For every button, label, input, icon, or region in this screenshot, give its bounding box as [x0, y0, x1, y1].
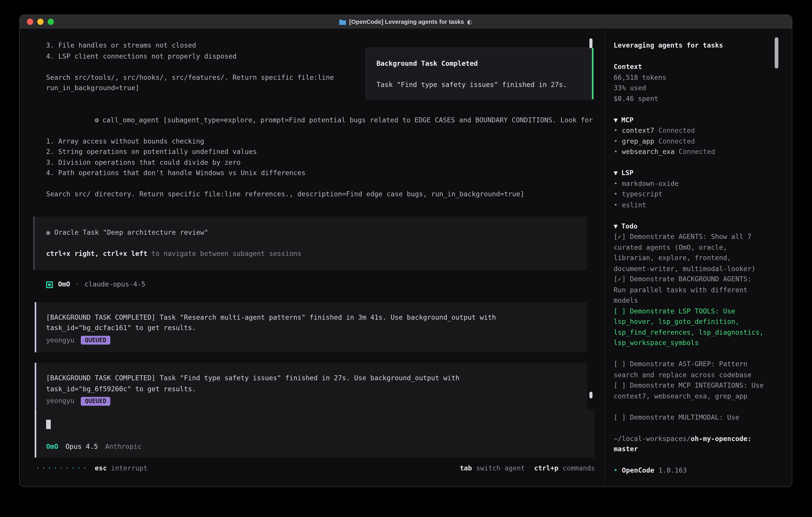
task-line: task_id="bg_dcfac161" to get results. — [46, 323, 577, 333]
task-meta: yeongyu QUEUED — [46, 396, 577, 406]
tool-call-item: 3. Division operations that could divide… — [46, 157, 595, 168]
workspace-path-prefix: ~/local-workspaces/ — [614, 434, 691, 442]
task-line: task_id="bg_6f59260c" to get results. — [46, 384, 577, 394]
workspace-path: ~/local-workspaces/oh-my-opencode: maste… — [614, 433, 766, 455]
traffic-lights — [27, 19, 54, 25]
close-button[interactable] — [27, 19, 33, 25]
spinner-dots-icon: ········· — [36, 463, 88, 474]
bullet-icon: • — [614, 137, 617, 145]
todo-section: ▼Todo [✓] Demonstrate AGENTS: Show all 7… — [614, 221, 766, 423]
desktop: [OpenCode] Leveraging agents for tasks ◐… — [0, 0, 812, 517]
separator-dot: · — [75, 279, 79, 290]
queued-badge: QUEUED — [81, 397, 111, 406]
oracle-task-title: ◉ Oracle Task "Deep architecture review" — [46, 227, 587, 238]
bullet-icon: • — [614, 148, 617, 156]
task-meta: yeongyu QUEUED — [46, 335, 577, 346]
tool-call-item: 1. Array access without bounds checking — [46, 136, 595, 146]
tool-call-item: 2. String operations on potentially unde… — [46, 146, 595, 157]
lsp-name: eslint — [622, 201, 646, 209]
mcp-name: websearch_exa — [622, 148, 674, 156]
bullet-icon: • — [614, 201, 617, 209]
omo-agent-icon — [46, 281, 53, 288]
zoom-button[interactable] — [48, 19, 54, 25]
status-bar: ········· esc interrupt tab switch agent… — [36, 463, 595, 474]
ctrl-p-key-label: commands — [563, 463, 595, 474]
mcp-name: grep_app — [622, 137, 654, 145]
oracle-title-text: Oracle Task "Deep architecture review" — [54, 227, 208, 238]
chat-scrollbar-marker[interactable] — [589, 392, 592, 399]
minimize-button[interactable] — [37, 19, 44, 25]
sidebar-scrollbar-thumb[interactable] — [775, 37, 778, 69]
title-bar[interactable]: [OpenCode] Leveraging agents for tasks ◐ — [20, 15, 792, 29]
context-tokens: 66,518 tokens — [614, 72, 766, 83]
mcp-section-header[interactable]: ▼MCP — [614, 115, 766, 125]
background-task-toast[interactable]: Background Task Completed Task "Find typ… — [366, 48, 593, 99]
background-task-message: [BACKGROUND TASK COMPLETED] Task "Resear… — [35, 302, 587, 352]
bullet-icon: • — [614, 190, 617, 198]
lsp-heading: LSP — [621, 169, 634, 177]
folder-icon — [339, 19, 346, 25]
esc-key-label: interrupt — [111, 463, 148, 474]
lsp-item: •typescript — [614, 189, 766, 200]
todo-section-header[interactable]: ▼Todo — [614, 221, 766, 232]
esc-key-hint: esc — [95, 463, 107, 474]
chevron-down-icon: ▼ — [614, 116, 617, 124]
agent-header: OmO · claude-opus-4-5 — [46, 279, 595, 290]
agent-name: OmO — [58, 279, 70, 290]
queued-badge: QUEUED — [81, 336, 111, 345]
mcp-name: context7 — [622, 126, 654, 134]
session-title: Leveraging agents for tasks — [614, 40, 766, 51]
todo-item-pending: [ ] Demonstrate MULTIMODAL: Use — [614, 412, 766, 423]
workspace-repo: oh-my-opencode: — [691, 434, 751, 442]
chat-scrollbar-thumb[interactable] — [589, 38, 592, 48]
todo-item-pending: [ ] Demonstrate AST-GREP: Pattern search… — [614, 359, 766, 380]
agent-model: claude-opus-4-5 — [85, 279, 145, 290]
half-moon-icon: ◐ — [467, 19, 472, 25]
context-used: 33% used — [614, 83, 766, 93]
lsp-item: •eslint — [614, 200, 766, 210]
todo-item-active: [ ] Demonstrate LSP TOOLS: Use lsp_hover… — [614, 306, 766, 349]
task-user: yeongyu — [46, 335, 75, 346]
chevron-down-icon: ▼ — [614, 169, 617, 177]
tab-key-label: switch agent — [476, 463, 525, 474]
mcp-status: Connected — [658, 126, 695, 134]
window-title-text: [OpenCode] Leveraging agents for tasks — [349, 19, 464, 25]
context-spent: $0.46 spent — [614, 93, 766, 104]
hint-keys: ctrl+x right, ctrl+x left — [46, 249, 147, 257]
lsp-item: •markdown-oxide — [614, 179, 766, 189]
tool-call-text: call_omo_agent [subagent_type=explore, p… — [103, 116, 593, 124]
active-agent-chip[interactable]: OmO — [46, 441, 58, 452]
app-version: •OpenCode1.0.163 — [614, 465, 766, 476]
app-version-number: 1.0.163 — [658, 466, 687, 474]
lsp-name: markdown-oxide — [622, 180, 678, 187]
tool-call-header: ⚙call_omo_agent [subagent_type=explore, … — [46, 104, 595, 136]
ctrl-p-key-hint: ctrl+p — [534, 463, 558, 474]
bullet-icon: • — [614, 126, 617, 134]
mcp-status: Connected — [658, 137, 695, 145]
bullet-icon: • — [614, 180, 617, 187]
background-task-message: [BACKGROUND TASK COMPLETED] Task "Find t… — [35, 363, 587, 413]
oracle-task-panel: ◉ Oracle Task "Deep architecture review"… — [33, 216, 587, 270]
mcp-status: Connected — [679, 148, 715, 156]
bullet-icon: • — [614, 466, 617, 474]
active-model-label: Opus 4.5 — [65, 441, 98, 452]
oracle-navigation-hint: ctrl+x right, ctrl+x left to navigate be… — [46, 248, 587, 259]
mcp-heading: MCP — [621, 116, 634, 124]
lsp-section-header[interactable]: ▼LSP — [614, 168, 766, 179]
task-line: [BACKGROUND TASK COMPLETED] Task "Resear… — [46, 312, 577, 323]
prompt-input[interactable]: OmO Opus 4.5 Anthropic — [35, 409, 594, 458]
input-footer: OmO Opus 4.5 Anthropic — [46, 441, 142, 452]
tool-call-footer: Search src/ directory. Return specific f… — [46, 189, 595, 200]
window-title: [OpenCode] Leveraging agents for tasks ◐ — [20, 19, 792, 25]
gear-icon: ⚙ — [95, 116, 99, 124]
chat-pane: 3. File handles or streams not closed 4.… — [20, 29, 605, 487]
app-name: OpenCode — [622, 466, 654, 474]
workspace-branch: master — [614, 444, 766, 455]
oracle-bullet-icon: ◉ — [46, 227, 50, 238]
tab-key-hint: tab — [460, 463, 472, 474]
context-section: Context 66,518 tokens 33% used $0.46 spe… — [614, 61, 766, 104]
text-cursor — [46, 419, 51, 429]
mcp-item: •context7Connected — [614, 125, 766, 136]
active-provider-label: Anthropic — [105, 441, 142, 452]
task-user: yeongyu — [46, 396, 75, 406]
